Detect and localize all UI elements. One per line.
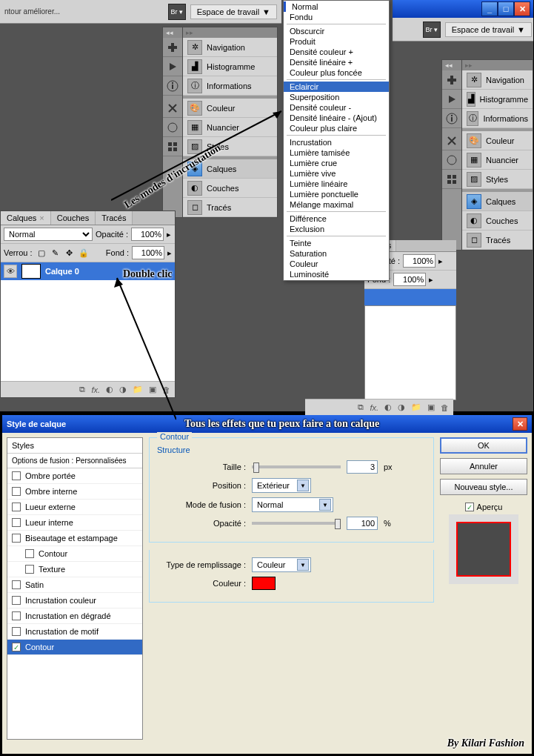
- blend-mode-item[interactable]: Incrustation: [284, 137, 389, 147]
- style-item[interactable]: Contour: [7, 546, 142, 562]
- size-slider[interactable]: [252, 465, 341, 468]
- style-item[interactable]: Incrustation de motif: [7, 624, 142, 640]
- palette-icon[interactable]: [442, 150, 461, 170]
- blend-mode-item[interactable]: Lumière crue: [284, 158, 389, 168]
- trash-icon[interactable]: 🗑: [441, 403, 449, 412]
- fill-input[interactable]: [393, 273, 426, 286]
- dialog-close-button[interactable]: ✕: [513, 417, 527, 431]
- panel-info[interactable]: ⓘInformations: [183, 76, 277, 96]
- style-item[interactable]: Texture: [7, 562, 142, 577]
- collapse-arrows-icon[interactable]: ◂◂: [163, 27, 182, 38]
- maximize-button[interactable]: □: [498, 1, 514, 16]
- panel-styles[interactable]: ▨Styles: [462, 170, 533, 189]
- adjust-icon[interactable]: ◑: [119, 385, 127, 394]
- info-icon[interactable]: [442, 109, 461, 128]
- chevron-right-icon[interactable]: ▸: [429, 275, 433, 285]
- blend-mode-item[interactable]: Eclaircir: [284, 82, 389, 92]
- mask-icon[interactable]: ◐: [106, 385, 113, 394]
- panel-color[interactable]: 🎨Couleur: [183, 99, 277, 118]
- blend-mode-item[interactable]: Teinte: [284, 238, 389, 248]
- blend-mode-item[interactable]: Exclusion: [284, 224, 389, 234]
- link-icon[interactable]: ⧉: [79, 385, 85, 394]
- play-icon[interactable]: [163, 57, 182, 76]
- panel-histogram[interactable]: ▟Histogramme: [183, 57, 277, 76]
- panel-paths[interactable]: ◻Tracés: [462, 231, 533, 250]
- ok-button[interactable]: OK: [440, 437, 527, 454]
- opacity-slider[interactable]: [252, 522, 341, 525]
- close-icon[interactable]: ×: [39, 213, 44, 222]
- blend-combo[interactable]: Normal▼: [252, 497, 333, 512]
- folder-icon[interactable]: 📁: [133, 385, 143, 394]
- bridge-button[interactable]: Br ▾: [168, 4, 186, 20]
- lock-all-icon[interactable]: 🔒: [78, 247, 90, 259]
- style-item[interactable]: Ombre portée: [7, 468, 142, 484]
- blend-mode-menu[interactable]: NormalFonduObscurcirProduitDensité coule…: [283, 0, 390, 281]
- styles-header[interactable]: Styles: [7, 438, 142, 454]
- blend-mode-item[interactable]: Densité linéaire - (Ajout): [284, 113, 389, 123]
- blend-mode-item[interactable]: Densité linéaire +: [284, 57, 389, 67]
- collapse-arrows-icon[interactable]: ▸▸: [183, 27, 277, 38]
- checkbox[interactable]: [12, 596, 21, 605]
- blend-mode-item[interactable]: Mélange maximal: [284, 199, 389, 210]
- chevron-right-icon[interactable]: ▸: [438, 256, 443, 266]
- panel-histogram[interactable]: ▟Histogramme: [462, 90, 533, 109]
- blend-mode-item[interactable]: Superposition: [284, 92, 389, 102]
- lock-transparent-icon[interactable]: ▢: [36, 247, 47, 259]
- preview-checkbox[interactable]: ✓: [465, 503, 474, 511]
- lock-brush-icon[interactable]: ✎: [50, 247, 61, 259]
- collapse-arrows-icon[interactable]: ▸▸: [462, 60, 533, 70]
- blend-mode-item[interactable]: Densité couleur -: [284, 102, 389, 113]
- blend-mode-item[interactable]: Lumière ponctuelle: [284, 189, 389, 199]
- trash-icon[interactable]: 🗑: [162, 385, 170, 394]
- panel-channels[interactable]: ◐Couches: [183, 179, 277, 198]
- style-item[interactable]: Ombre interne: [7, 484, 142, 500]
- checkbox[interactable]: [12, 580, 21, 589]
- collapse-arrows-icon[interactable]: ◂◂: [442, 60, 461, 70]
- cancel-button[interactable]: Annuler: [440, 458, 527, 474]
- tools-icon[interactable]: [442, 131, 461, 150]
- style-item[interactable]: Incrustation en dégradé: [7, 609, 142, 624]
- style-item[interactable]: Satin: [7, 577, 142, 593]
- close-button[interactable]: ✕: [514, 1, 530, 16]
- opacity-value-input[interactable]: [347, 517, 378, 530]
- panel-color[interactable]: 🎨Couleur: [462, 131, 533, 150]
- blend-mode-item[interactable]: Lumière tamisée: [284, 147, 389, 158]
- blend-mode-item[interactable]: Couleur: [284, 259, 389, 269]
- workspace-dropdown[interactable]: Espace de travail ▼: [190, 4, 277, 19]
- fx-icon[interactable]: fx.: [370, 403, 378, 412]
- opacity-input[interactable]: [131, 228, 164, 241]
- adjust-icon[interactable]: ◑: [398, 402, 405, 412]
- panel-navigation[interactable]: ✲Navigation: [462, 70, 533, 90]
- style-item[interactable]: Lueur externe: [7, 500, 142, 515]
- style-item[interactable]: Lueur interne: [7, 515, 142, 531]
- tab-channels[interactable]: Couches: [51, 211, 96, 225]
- blend-mode-item[interactable]: Normal: [284, 1, 389, 12]
- checkbox[interactable]: [12, 611, 21, 620]
- fill-type-combo[interactable]: Couleur▼: [252, 557, 311, 572]
- tool-icon[interactable]: [163, 38, 182, 57]
- checkbox[interactable]: ✓: [12, 643, 21, 651]
- play-icon[interactable]: [442, 90, 461, 109]
- style-item[interactable]: ✓Contour: [7, 640, 142, 655]
- checkbox[interactable]: [12, 518, 21, 527]
- new-layer-icon[interactable]: ▣: [149, 385, 156, 394]
- fx-icon[interactable]: fx.: [91, 385, 100, 394]
- checkbox[interactable]: [25, 565, 34, 574]
- blend-mode-item[interactable]: Luminosité: [284, 269, 389, 279]
- blend-mode-item[interactable]: Densité couleur +: [284, 47, 389, 57]
- bridge-button-right[interactable]: Br ▾: [423, 21, 441, 38]
- panel-swatch[interactable]: ▦Nuancier: [462, 150, 533, 170]
- panel-paths[interactable]: ◻Tracés: [183, 198, 277, 217]
- blend-mode-item[interactable]: Lumière vive: [284, 168, 389, 179]
- opacity-input[interactable]: [403, 254, 435, 268]
- style-item[interactable]: Biseautage et estampage: [7, 531, 142, 546]
- grid-icon[interactable]: [163, 137, 182, 156]
- panel-channels[interactable]: ◐Couches: [462, 211, 533, 231]
- checkbox[interactable]: [12, 534, 21, 543]
- blend-mode-item[interactable]: Couleur plus claire: [284, 123, 389, 133]
- color-swatch[interactable]: [252, 577, 276, 590]
- checkbox[interactable]: [12, 503, 21, 511]
- tab-paths[interactable]: Tracés: [96, 211, 133, 225]
- chevron-right-icon[interactable]: ▸: [167, 230, 171, 239]
- new-style-button[interactable]: Nouveau style...: [440, 479, 527, 495]
